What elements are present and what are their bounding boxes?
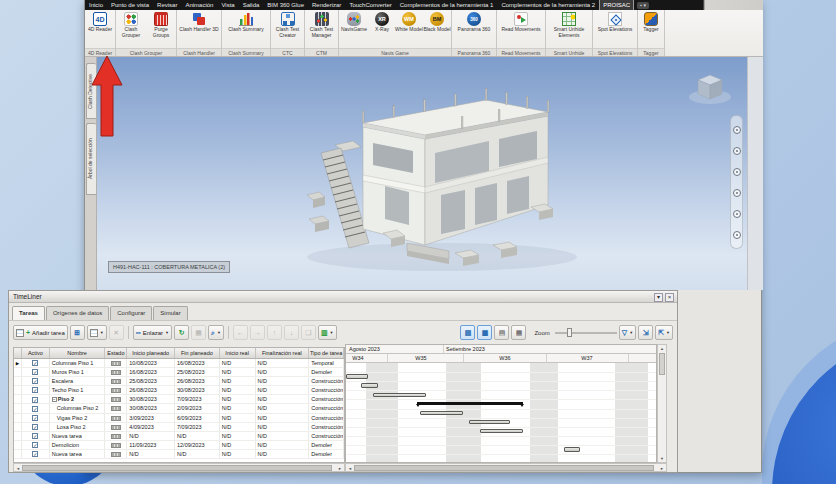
ribbon-tab-inicio[interactable]: Inicio [85, 0, 107, 10]
table-row[interactable]: ✓Nueva tareaN/DN/DN/DN/DConstrucción [14, 432, 344, 441]
walk-tool-icon[interactable] [733, 210, 741, 218]
indent-button[interactable]: → [250, 325, 265, 340]
gantt-bar-demolicion[interactable] [564, 447, 580, 452]
ribbon-button-smart-unhide[interactable]: Smart Unhide Elements [546, 10, 592, 48]
column-header-finalizaci-n-real[interactable]: Finalización real [256, 348, 310, 358]
table-row[interactable]: ✓Losa Piso 24/09/20237/09/2023N/DN/DCons… [14, 423, 344, 432]
ribbon-button-4d-reader[interactable]: 4D 4D Reader [85, 10, 115, 48]
column-header-nombre[interactable]: Nombre [50, 348, 106, 358]
table-horizontal-scrollbar[interactable]: ◄ ► [13, 463, 345, 472]
viewcube-icon[interactable] [685, 69, 735, 109]
active-checkbox[interactable]: ✓ [32, 451, 38, 457]
active-checkbox[interactable]: ✓ [32, 369, 38, 375]
table-row[interactable]: ✓Escalera25/08/202326/08/2023N/DN/DConst… [14, 377, 344, 386]
filter-export-dropdown[interactable]: ▽▼ [619, 325, 636, 340]
active-checkbox[interactable]: ✓ [32, 378, 38, 384]
ribbon-tab-punto-de-vista[interactable]: Punto de vista [107, 0, 153, 10]
comment-button[interactable]: ❏ [301, 325, 316, 340]
scrollbar-thumb[interactable] [22, 465, 332, 471]
fly-tool-icon[interactable] [733, 231, 741, 239]
attach-button[interactable]: ∞ Enlazar▼ [133, 325, 172, 340]
active-checkbox[interactable]: ✓ [32, 397, 38, 403]
ribbon-button-tagger[interactable]: Tagger [638, 10, 664, 48]
panel-close-icon[interactable]: × [665, 293, 674, 302]
scroll-down-icon[interactable]: ▼ [658, 456, 666, 461]
active-checkbox[interactable]: ✓ [32, 424, 38, 430]
scrollbar-thumb[interactable] [354, 465, 654, 471]
tab-configurar[interactable]: Configurar [110, 306, 152, 320]
collapse-icon[interactable]: − [52, 397, 57, 402]
show-both-toggle[interactable]: ▦ [511, 325, 526, 340]
ribbon-tab-complementos-de-la-herramienta-1[interactable]: Complementos de la herramienta 1 [396, 0, 498, 10]
ribbon-button-read-movements[interactable]: Read Movements [497, 10, 545, 48]
3d-viewport[interactable]: H491-HAC-111 : COBERTURA METALICA (2) [97, 57, 747, 290]
table-row[interactable]: ✓Columnas Piso 230/08/20232/09/2023N/DN/… [14, 404, 344, 413]
scroll-left-icon[interactable]: ◄ [16, 466, 20, 471]
refresh-button[interactable]: ↻ [174, 325, 189, 340]
tab-or-genes-de-datos[interactable]: Orígenes de datos [46, 306, 109, 320]
look-tool-icon[interactable] [733, 189, 741, 197]
add-task-button[interactable]: + Añadir tarea [13, 325, 68, 340]
ribbon-button-spot-elevations[interactable]: Spot Elevations [593, 10, 637, 48]
gantt-bar-vigas-piso-2[interactable] [469, 420, 510, 425]
gantt-horizontal-scrollbar[interactable]: ◄ ► [345, 463, 667, 472]
column-header-estado[interactable]: Estado [105, 348, 127, 358]
pan-tool-icon[interactable] [733, 126, 741, 134]
zoom-slider-thumb[interactable] [567, 328, 572, 337]
ribbon-tab-renderizar[interactable]: Renderizar [308, 0, 345, 10]
scroll-left-icon[interactable]: ◄ [348, 466, 352, 471]
import-schedule-dropdown[interactable]: ⇱▼ [655, 325, 673, 340]
gantt-bar-muros-piso-1[interactable] [346, 374, 368, 379]
ribbon-button-purge-groups[interactable]: Purge Groups [146, 10, 176, 48]
table-row[interactable]: ✓Nueva tareaN/DN/DN/DN/DDemoler [14, 450, 344, 459]
column-header-activo[interactable]: Activo [22, 348, 50, 358]
ribbon-button-x-ray[interactable]: XR X-Ray [369, 10, 395, 48]
table-row[interactable]: ✓Muros Piso 116/08/202325/08/2023N/DN/DD… [14, 368, 344, 377]
gantt-bar-techo-piso-1[interactable] [373, 393, 426, 398]
gantt-bar-losa-piso-2[interactable] [480, 429, 523, 434]
delete-task-button[interactable]: ✕ [109, 325, 124, 340]
outdent-button[interactable]: ← [233, 325, 248, 340]
table-row[interactable]: ✓Vigas Piso 23/09/20236/09/2023N/DN/DCon… [14, 414, 344, 423]
column-header-fin-planeado[interactable]: Fin planeado [175, 348, 220, 358]
table-row[interactable]: ✓Techo Piso 126/08/202330/08/2023N/DN/DC… [14, 386, 344, 395]
ribbon-button-panorama-360[interactable]: 360 Panorama 360 [452, 10, 496, 48]
gantt-bar-escalera[interactable] [361, 383, 378, 388]
scroll-right-icon[interactable]: ► [338, 466, 342, 471]
ribbon-tab-animaci-n[interactable]: Animación [181, 0, 217, 10]
column-header-inicio-real[interactable]: Inicio real [220, 348, 256, 358]
ribbon-button-clash-handler-3d[interactable]: Clash Handler 3D [177, 10, 221, 48]
zoom-tool-icon[interactable] [733, 147, 741, 155]
ribbon-tab-complementos-de-la-herramienta-2[interactable]: Complementos de la herramienta 2 [497, 0, 599, 10]
gantt-bar-columnas-piso-2[interactable] [420, 411, 463, 416]
ribbon-tab-touchconverter[interactable]: TouchConverter [345, 0, 395, 10]
scroll-up-icon[interactable]: ▲ [658, 346, 666, 351]
active-checkbox[interactable]: ✓ [32, 406, 38, 412]
ribbon-button-navisgame[interactable]: NavisGame [339, 10, 369, 48]
panel-pin-icon[interactable]: ▾ [654, 293, 663, 302]
ribbon-button-clash-grouper[interactable]: Clash Grouper [116, 10, 146, 48]
show-actual-toggle[interactable]: ▤ [494, 325, 509, 340]
gantt-vertical-scrollbar[interactable]: ▲ ▼ [657, 344, 667, 463]
find-items-dropdown[interactable]: ⌕▼ [208, 325, 224, 340]
scrollbar-thumb[interactable] [659, 353, 665, 375]
insert-task-button[interactable]: ⊞ [70, 325, 85, 340]
show-gantt-toggle[interactable]: ▤ [460, 325, 475, 340]
move-down-button[interactable]: ↓ [284, 325, 299, 340]
active-checkbox[interactable]: ✓ [32, 415, 38, 421]
scroll-right-icon[interactable]: ► [660, 466, 664, 471]
table-row[interactable]: ✓−Piso 230/08/20237/09/2023N/DN/DConstru… [14, 395, 344, 404]
active-checkbox[interactable]: ✓ [32, 442, 38, 448]
menubar-extra-icon[interactable]: ▪ ▾ [637, 2, 649, 9]
ribbon-button-black-model[interactable]: BM Black Model [423, 10, 451, 48]
navigation-bar[interactable] [730, 115, 743, 249]
column-header-inicio-planeado[interactable]: Inicio planeado [127, 348, 175, 358]
ribbon-button-clash-summary[interactable]: Clash Summary [222, 10, 270, 48]
gantt-bar-piso-2[interactable] [417, 402, 523, 405]
clear-attach-button[interactable]: ▦ [191, 325, 206, 340]
zoom-slider[interactable] [555, 328, 617, 338]
orbit-tool-icon[interactable] [733, 168, 741, 176]
tab-tareas[interactable]: Tareas [12, 306, 45, 320]
active-checkbox[interactable]: ✓ [32, 387, 38, 393]
timeliner-titlebar[interactable]: TimeLiner [9, 291, 677, 303]
